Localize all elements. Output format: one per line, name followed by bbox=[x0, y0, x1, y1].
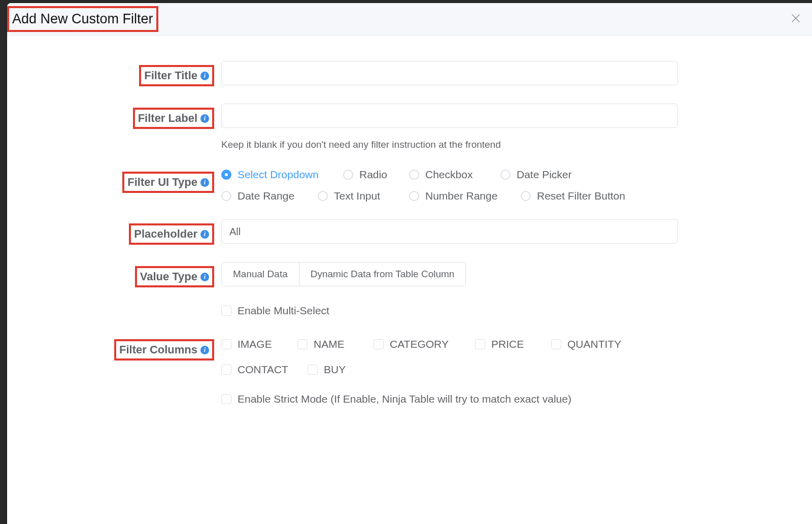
checkbox-label: NAME bbox=[314, 338, 345, 350]
column-name-checkbox[interactable]: NAME bbox=[297, 338, 374, 350]
radio-icon bbox=[409, 170, 419, 180]
checkbox-icon bbox=[297, 339, 308, 349]
radio-icon bbox=[409, 191, 419, 201]
info-icon[interactable]: i bbox=[200, 178, 209, 187]
checkbox-label: IMAGE bbox=[238, 338, 272, 350]
filter-title-input[interactable] bbox=[221, 61, 678, 85]
radio-select-dropdown[interactable]: Select Dropdown bbox=[221, 169, 343, 181]
radio-label: Date Range bbox=[238, 190, 294, 202]
checkbox-icon bbox=[475, 339, 485, 349]
row-multiselect: Enable Multi-Select bbox=[22, 305, 797, 318]
radio-label: Select Dropdown bbox=[238, 169, 319, 181]
checkbox-label: BUY bbox=[324, 364, 346, 376]
label-filter-label: Filter Label i bbox=[133, 108, 214, 129]
radio-checkbox[interactable]: Checkbox bbox=[409, 169, 500, 181]
row-filter-columns: Filter Columns i IMAGE NAME bbox=[22, 335, 797, 376]
checkbox-icon bbox=[551, 339, 561, 349]
label-placeholder-text: Placeholder bbox=[134, 227, 197, 241]
row-filter-ui-type: Filter UI Type i Select Dropdown Radio bbox=[22, 168, 797, 202]
label-value-type: Value Type i bbox=[135, 266, 214, 287]
close-icon bbox=[791, 13, 800, 26]
row-placeholder: Placeholder i bbox=[22, 219, 797, 245]
ui-type-radio-group: Select Dropdown Radio Checkbox Date Pick… bbox=[221, 168, 678, 202]
label-filter-ui-type: Filter UI Type i bbox=[122, 172, 214, 193]
enable-multiselect-checkbox[interactable]: Enable Multi-Select bbox=[221, 305, 329, 317]
radio-icon bbox=[343, 170, 353, 180]
radio-label: Date Picker bbox=[517, 169, 572, 181]
row-value-type: Value Type i Manual Data Dynamic Data fr… bbox=[22, 262, 797, 287]
label-placeholder: Placeholder i bbox=[129, 223, 214, 245]
value-type-button-group: Manual Data Dynamic Data from Table Colu… bbox=[221, 262, 466, 286]
radio-icon bbox=[221, 170, 231, 180]
radio-icon bbox=[221, 191, 231, 201]
info-icon[interactable]: i bbox=[200, 273, 209, 281]
modal-body: Filter Title i Filter Label i Keep it bl… bbox=[7, 36, 812, 524]
enable-strict-mode-checkbox[interactable]: Enable Strict Mode (If Enable, Ninja Tab… bbox=[221, 393, 571, 405]
radio-number-range[interactable]: Number Range bbox=[409, 190, 521, 202]
radio-reset-filter-button[interactable]: Reset Filter Button bbox=[521, 190, 642, 202]
column-buy-checkbox[interactable]: BUY bbox=[308, 364, 368, 376]
radio-label: Number Range bbox=[425, 190, 497, 202]
checkbox-label: Enable Multi-Select bbox=[238, 305, 329, 317]
row-strict-mode: Enable Strict Mode (If Enable, Ninja Tab… bbox=[22, 393, 797, 406]
close-button[interactable] bbox=[790, 13, 802, 25]
checkbox-label: PRICE bbox=[491, 338, 524, 350]
column-category-checkbox[interactable]: CATEGORY bbox=[374, 338, 475, 350]
info-icon[interactable]: i bbox=[200, 114, 209, 123]
info-icon[interactable]: i bbox=[200, 230, 209, 239]
value-type-dynamic-button[interactable]: Dynamic Data from Table Column bbox=[299, 263, 466, 286]
radio-label: Checkbox bbox=[425, 169, 472, 181]
checkbox-icon bbox=[374, 339, 384, 349]
add-custom-filter-modal: Add New Custom Filter Filter Title i bbox=[7, 3, 812, 524]
checkbox-label: CATEGORY bbox=[390, 338, 449, 350]
radio-icon bbox=[500, 170, 511, 180]
radio-label: Radio bbox=[359, 169, 387, 181]
filter-label-help: Keep it blank if you don't need any filt… bbox=[221, 139, 678, 150]
info-icon[interactable]: i bbox=[200, 72, 209, 80]
checkbox-label: Enable Strict Mode (If Enable, Ninja Tab… bbox=[238, 393, 571, 405]
column-quantity-checkbox[interactable]: QUANTITY bbox=[551, 338, 648, 350]
column-image-checkbox[interactable]: IMAGE bbox=[221, 338, 297, 350]
radio-label: Reset Filter Button bbox=[537, 190, 625, 202]
checkbox-icon bbox=[221, 306, 231, 316]
column-price-checkbox[interactable]: PRICE bbox=[475, 338, 551, 350]
filter-label-input[interactable] bbox=[221, 104, 678, 128]
row-filter-title: Filter Title i bbox=[22, 61, 797, 86]
label-filter-ui-type-text: Filter UI Type bbox=[127, 176, 197, 189]
row-filter-label: Filter Label i Keep it blank if you don'… bbox=[22, 104, 797, 150]
radio-icon bbox=[318, 191, 328, 201]
checkbox-icon bbox=[308, 365, 318, 375]
checkbox-icon bbox=[221, 394, 231, 404]
radio-text-input[interactable]: Text Input bbox=[318, 190, 409, 202]
filter-columns-group: IMAGE NAME CATEGORY PRICE bbox=[221, 335, 678, 376]
label-filter-title: Filter Title i bbox=[139, 65, 214, 86]
checkbox-icon bbox=[221, 339, 231, 349]
modal-header: Add New Custom Filter bbox=[7, 3, 812, 36]
label-filter-columns: Filter Columns i bbox=[114, 339, 214, 361]
label-filter-title-text: Filter Title bbox=[144, 69, 197, 82]
label-filter-label-text: Filter Label bbox=[138, 112, 197, 125]
checkbox-icon bbox=[221, 365, 231, 375]
column-contact-checkbox[interactable]: CONTACT bbox=[221, 364, 308, 376]
value-type-manual-button[interactable]: Manual Data bbox=[222, 263, 299, 286]
placeholder-input[interactable] bbox=[221, 219, 678, 244]
checkbox-label: CONTACT bbox=[238, 364, 288, 376]
radio-date-picker[interactable]: Date Picker bbox=[500, 169, 592, 181]
label-filter-columns-text: Filter Columns bbox=[119, 343, 197, 356]
radio-icon bbox=[521, 191, 531, 201]
radio-radio[interactable]: Radio bbox=[343, 169, 409, 181]
checkbox-label: QUANTITY bbox=[567, 338, 621, 350]
label-value-type-text: Value Type bbox=[140, 270, 197, 283]
modal-title: Add New Custom Filter bbox=[7, 6, 158, 32]
radio-label: Text Input bbox=[334, 190, 380, 202]
info-icon[interactable]: i bbox=[200, 346, 209, 354]
radio-date-range[interactable]: Date Range bbox=[221, 190, 318, 202]
